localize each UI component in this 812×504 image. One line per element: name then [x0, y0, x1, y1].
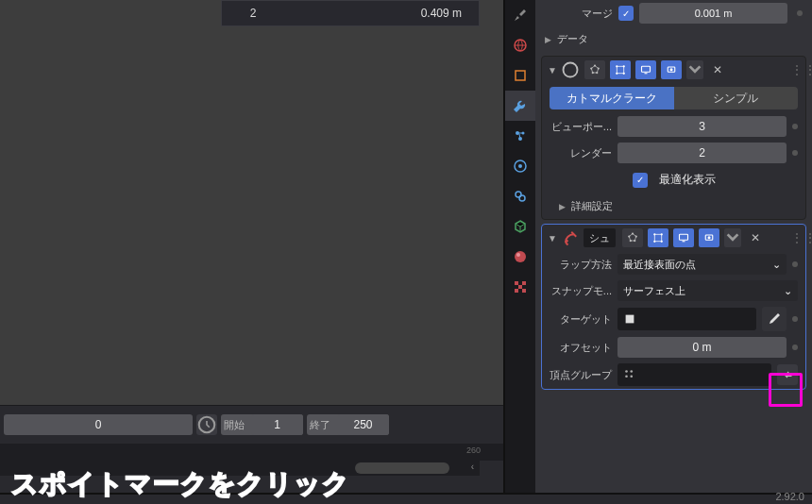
overlay-length: 0.409 m — [277, 7, 471, 20]
svg-point-48 — [630, 375, 633, 378]
anim-dot-icon[interactable] — [792, 150, 798, 156]
svg-point-38 — [661, 233, 663, 235]
modifier-name-field[interactable]: シュ — [584, 228, 616, 247]
svg-rect-12 — [515, 281, 518, 285]
catmull-clark-button[interactable]: カトマルクラーク — [550, 87, 674, 109]
svg-rect-16 — [522, 289, 526, 293]
start-frame-field[interactable]: 開始 1 — [221, 414, 303, 435]
end-label: 終了 — [307, 418, 333, 432]
svg-point-47 — [625, 375, 628, 378]
vertex-group-field[interactable] — [617, 363, 771, 386]
merge-checkbox[interactable]: ✓ — [618, 6, 634, 21]
edit-mode-display-icon[interactable] — [648, 228, 668, 247]
tab-physics[interactable] — [505, 151, 535, 181]
modifier-menu-button[interactable] — [686, 60, 703, 79]
viewport-3d[interactable]: 2 0.409 m — [0, 0, 503, 406]
tab-modifier[interactable] — [505, 91, 535, 121]
vertex-mode-icon[interactable] — [622, 228, 643, 247]
anim-dot-icon[interactable] — [792, 344, 798, 350]
target-label: ターゲット — [550, 312, 612, 327]
svg-point-33 — [634, 240, 635, 242]
svg-point-11 — [516, 253, 520, 257]
target-object-field[interactable] — [617, 308, 756, 330]
svg-point-17 — [563, 63, 577, 77]
frame-ruler[interactable]: 260 — [0, 444, 503, 461]
anim-dot-icon[interactable] — [792, 316, 798, 322]
data-section-header[interactable]: ▶ データ — [535, 26, 812, 52]
tab-data-mesh[interactable] — [505, 211, 535, 242]
svg-point-40 — [661, 241, 663, 243]
drag-handle-icon[interactable]: ⋮⋮ — [790, 62, 800, 77]
frame-tick: 260 — [466, 445, 481, 455]
merge-value-field[interactable]: 0.001 m — [639, 3, 787, 24]
advanced-section-header[interactable]: ▶ 詳細設定 — [542, 193, 805, 219]
svg-point-35 — [628, 235, 630, 237]
svg-point-22 — [590, 67, 592, 69]
auto-keying-icon[interactable] — [196, 414, 217, 435]
drag-handle-icon[interactable]: ⋮⋮ — [790, 230, 800, 245]
edit-mode-display-icon[interactable] — [610, 60, 631, 79]
merge-label: マージ — [545, 7, 613, 21]
modifier-menu-button[interactable] — [724, 228, 741, 247]
optimal-display-label: 最適化表示 — [659, 172, 716, 188]
chevron-down-icon[interactable]: ▼ — [548, 233, 557, 244]
chevron-down-icon: ⌄ — [784, 285, 792, 297]
tab-object[interactable] — [505, 60, 535, 91]
svg-rect-23 — [617, 66, 624, 74]
scroll-thumb[interactable] — [355, 462, 449, 474]
vertex-group-icon — [623, 368, 636, 381]
render-levels-field[interactable]: 2 — [617, 143, 787, 163]
tab-world[interactable] — [505, 30, 535, 60]
svg-point-20 — [596, 72, 598, 74]
version-label: 2.92.0 — [775, 491, 804, 502]
render-display-icon[interactable] — [661, 60, 682, 79]
simple-button[interactable]: シンプル — [674, 87, 799, 109]
realtime-display-icon[interactable] — [673, 228, 694, 247]
optimal-display-checkbox[interactable]: ✓ — [633, 173, 648, 188]
end-frame-field[interactable]: 終了 250 — [307, 414, 389, 435]
svg-point-24 — [616, 65, 617, 67]
vertex-mode-icon[interactable] — [584, 60, 605, 79]
chevron-down-icon[interactable]: ▼ — [548, 65, 557, 76]
anim-dot-icon[interactable] — [792, 124, 798, 129]
render-display-icon[interactable] — [699, 228, 719, 247]
end-value: 250 — [337, 414, 389, 435]
svg-rect-41 — [679, 234, 687, 240]
delete-modifier-button[interactable]: ✕ — [709, 60, 726, 79]
object-icon — [623, 312, 636, 326]
svg-point-37 — [653, 233, 655, 235]
data-section-label: データ — [557, 32, 588, 46]
svg-point-9 — [519, 195, 525, 201]
svg-rect-36 — [654, 234, 662, 242]
wrap-method-select[interactable]: 最近接表面の点⌄ — [617, 254, 787, 275]
invert-vgroup-button[interactable] — [777, 364, 798, 385]
tab-tool[interactable] — [505, 0, 535, 30]
svg-point-45 — [625, 370, 628, 373]
properties-tab-strip — [505, 0, 535, 493]
current-frame-field[interactable]: 0 — [4, 414, 193, 435]
tab-particles[interactable] — [505, 121, 535, 151]
snap-mode-select[interactable]: サーフェス上⌄ — [617, 280, 798, 301]
svg-point-39 — [653, 241, 655, 243]
svg-point-7 — [518, 164, 522, 168]
tab-texture[interactable] — [505, 272, 535, 302]
eyedropper-icon — [767, 311, 782, 327]
shrinkwrap-modifier-panel: ▼ シュ ✕ ⋮⋮ ラップ方法 最近接表面の点⌄ スナップモ... サーフェス上… — [541, 224, 806, 390]
svg-point-43 — [707, 236, 710, 239]
viewport-levels-field[interactable]: 3 — [617, 116, 787, 137]
realtime-display-icon[interactable] — [635, 60, 656, 79]
snap-mode-label: スナップモ... — [550, 284, 612, 298]
chevron-right-icon: ▶ — [559, 202, 566, 211]
svg-rect-2 — [516, 71, 525, 80]
tab-material[interactable] — [505, 242, 535, 272]
tab-constraints[interactable] — [505, 181, 535, 211]
eyedropper-button[interactable] — [762, 307, 787, 331]
svg-point-31 — [632, 232, 634, 234]
svg-point-27 — [623, 73, 625, 75]
start-label: 開始 — [221, 418, 247, 432]
anim-dot-icon[interactable] — [797, 10, 803, 16]
delete-modifier-button[interactable]: ✕ — [747, 228, 764, 247]
start-value: 1 — [251, 414, 303, 435]
offset-field[interactable]: 0 m — [617, 337, 787, 358]
anim-dot-icon[interactable] — [792, 261, 798, 267]
